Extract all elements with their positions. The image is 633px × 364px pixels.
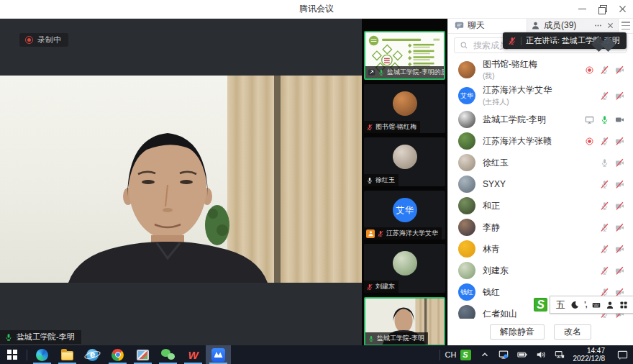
unmute-button[interactable]: 解除静音 <box>490 324 545 340</box>
camera-off-icon[interactable] <box>615 201 624 211</box>
thumbnail-name-label: 徐红玉 <box>364 174 399 186</box>
member-role-label: (主持人) <box>483 97 600 107</box>
participant-thumbnail[interactable]: 图书馆-骆红梅 <box>364 84 445 133</box>
action-center-icon[interactable] <box>611 345 633 364</box>
screen-share-icon <box>585 115 594 124</box>
taskbar-app-screenshot-tool[interactable] <box>130 345 155 364</box>
panel-drag-handle-icon[interactable] <box>621 22 630 29</box>
avatar <box>458 219 475 236</box>
participant-thumbnail[interactable]: 盐城工学院-李明的屏... <box>364 31 445 80</box>
participant-thumbnail[interactable]: 刘建东 <box>364 244 445 293</box>
participant-thumbnail[interactable]: 盐城工学院-李明 <box>364 297 445 346</box>
sogou-logo-icon[interactable]: S <box>532 296 549 313</box>
camera-on-icon[interactable] <box>615 115 624 124</box>
participant-thumbnail[interactable]: 艾华 江苏海洋大学艾华 <box>364 191 445 240</box>
watermark-shape <box>591 37 624 53</box>
tab-chat[interactable]: 聊天 <box>455 18 485 33</box>
speaker-video-feed <box>0 76 362 283</box>
camera-off-icon[interactable] <box>615 137 624 146</box>
member-row[interactable]: 盐城工学院-李明 <box>448 109 633 130</box>
recording-badge: 录制中 <box>19 33 68 47</box>
taskbar-app-edge[interactable] <box>29 345 55 364</box>
system-tray: CH S 14:47 2022/12/8 <box>437 345 633 364</box>
screenshot-tool-icon <box>137 350 149 360</box>
battery-icon[interactable] <box>513 345 532 364</box>
host-badge-icon <box>366 229 375 238</box>
windows-logo-icon <box>7 350 17 360</box>
mic-idle-icon[interactable] <box>600 158 609 168</box>
member-name: 徐红玉 <box>483 157 600 169</box>
close-button[interactable] <box>618 4 627 14</box>
ime-mode-toggle[interactable]: 五 <box>556 300 565 309</box>
mic-off-icon[interactable] <box>600 137 609 146</box>
clock[interactable]: 14:47 2022/12/8 <box>573 347 606 363</box>
taskbar-app-ie[interactable] <box>80 345 105 364</box>
person-icon[interactable] <box>606 301 614 309</box>
camera-off-icon[interactable] <box>615 158 624 168</box>
taskbar-app-wps[interactable] <box>181 345 206 364</box>
camera-off-icon[interactable] <box>615 266 624 276</box>
member-row[interactable]: 李静 <box>448 217 633 238</box>
recording-dot-icon <box>25 36 33 44</box>
member-row[interactable]: 徐红玉 <box>448 152 633 173</box>
taskbar-app-meeting[interactable] <box>206 345 231 364</box>
meeting-icon <box>211 348 225 362</box>
member-list: 图书馆-骆红梅 (我) 艾华 江苏海洋大学艾华 (主持人) 盐城工学院-李明 江… <box>448 57 633 319</box>
minimize-button[interactable] <box>578 4 587 14</box>
explorer-icon <box>61 351 73 360</box>
taskbar-app-chrome[interactable] <box>105 345 130 364</box>
close-panel-icon[interactable] <box>606 22 614 30</box>
camera-off-icon[interactable] <box>615 91 624 101</box>
mic-off-icon[interactable] <box>600 245 609 254</box>
input-language-indicator[interactable]: CH <box>445 350 457 359</box>
mic-off-icon <box>366 124 373 131</box>
punctuation-toggle-icon[interactable]: ’, <box>584 301 587 309</box>
member-row[interactable]: 和正 <box>448 195 633 217</box>
toolbox-grid-icon[interactable] <box>619 301 628 309</box>
mic-off-icon[interactable] <box>600 91 609 101</box>
chrome-icon <box>111 349 124 361</box>
mic-on-icon[interactable] <box>600 115 609 124</box>
taskbar-app-wechat[interactable] <box>155 345 181 364</box>
rename-button[interactable]: 改名 <box>554 324 591 340</box>
mic-off-icon[interactable] <box>600 201 609 211</box>
mic-on-icon <box>378 69 385 76</box>
member-row[interactable]: 图书馆-骆红梅 (我) <box>448 57 633 83</box>
start-button[interactable] <box>0 345 24 364</box>
mic-off-icon[interactable] <box>600 180 609 189</box>
member-row[interactable]: 艾华 江苏海洋大学艾华 (主持人) <box>448 83 633 109</box>
camera-off-icon[interactable] <box>615 65 624 75</box>
tab-members[interactable]: 成员(39) <box>527 18 619 33</box>
mic-on-icon <box>368 335 375 342</box>
tab-members-label: 成员(39) <box>544 19 576 32</box>
avatar <box>458 111 475 128</box>
camera-off-icon[interactable] <box>615 180 624 189</box>
moon-icon[interactable] <box>570 301 579 309</box>
keyboard-icon[interactable] <box>592 301 601 309</box>
maximize-button[interactable] <box>598 4 607 14</box>
mic-off-icon[interactable] <box>600 223 609 232</box>
members-panel: 聊天 成员(39) 正在讲话: 盐城工学院-李明 图书馆-骆红梅 (我) 艾华 … <box>447 18 633 345</box>
camera-off-icon[interactable] <box>615 223 624 232</box>
mic-off-icon[interactable] <box>600 266 609 276</box>
member-name: 李静 <box>483 222 600 234</box>
screen-share-tray-icon[interactable] <box>494 345 513 364</box>
avatar <box>458 262 475 279</box>
camera-off-icon[interactable] <box>615 245 624 254</box>
member-row[interactable]: 林青 <box>448 238 633 260</box>
network-icon[interactable] <box>550 345 569 364</box>
member-row[interactable]: 刘建东 <box>448 260 633 281</box>
mic-off-icon[interactable] <box>600 65 609 75</box>
avatar <box>393 91 417 116</box>
member-role-label: (我) <box>483 71 585 81</box>
member-row[interactable]: SYXY <box>448 173 633 195</box>
hidden-icons-chevron[interactable] <box>475 345 494 364</box>
taskbar-app-explorer[interactable] <box>55 345 80 364</box>
more-options-icon[interactable] <box>593 22 602 30</box>
participant-thumbnail[interactable]: 徐红玉 <box>364 137 445 186</box>
member-row[interactable]: 江苏海洋大学张赣 <box>448 130 633 152</box>
volume-icon[interactable] <box>532 345 550 364</box>
mic-off-icon <box>377 230 384 237</box>
mic-on-icon <box>4 333 13 342</box>
sogou-tray-icon[interactable]: S <box>460 350 471 360</box>
